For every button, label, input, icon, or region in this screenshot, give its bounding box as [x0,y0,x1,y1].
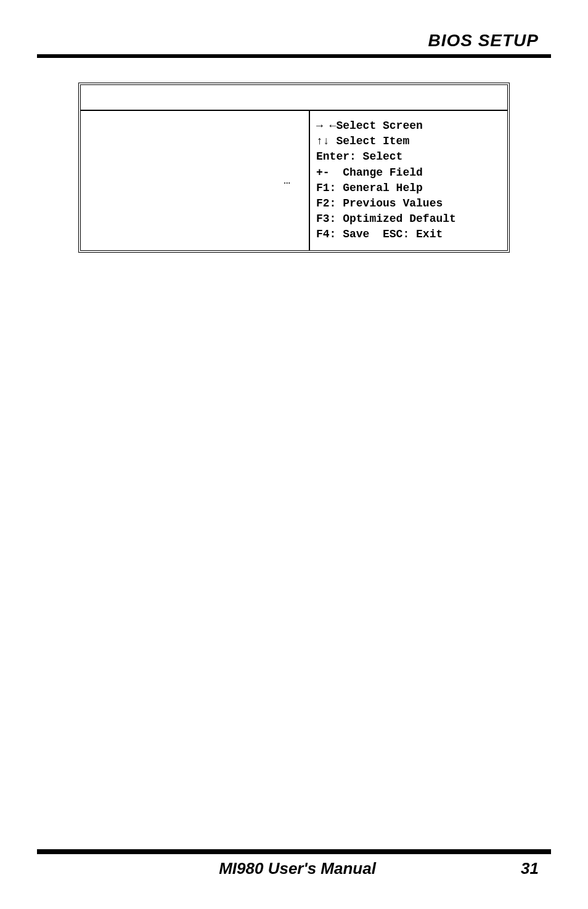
bios-help-area: → ←Select Screen ↑↓ Select Item Enter: S… [310,111,507,250]
bios-panel: … → ←Select Screen ↑↓ Select Item Enter:… [78,83,510,253]
page-header: BIOS SETUP [37,31,551,51]
content-spacer [37,253,551,850]
page-number: 31 [521,859,539,878]
footer-divider [37,849,551,854]
bios-main-area: … [81,111,310,250]
manual-title: MI980 User's Manual [219,859,376,878]
header-divider [37,54,551,58]
section-title: BIOS SETUP [428,31,539,51]
page-footer: MI980 User's Manual 31 [37,859,551,884]
bios-title-bar [81,85,507,111]
ellipsis-text: … [284,175,303,186]
bios-body: … → ←Select Screen ↑↓ Select Item Enter:… [81,111,507,250]
page-container: BIOS SETUP … → ←Select Screen ↑↓ Select … [0,0,588,909]
